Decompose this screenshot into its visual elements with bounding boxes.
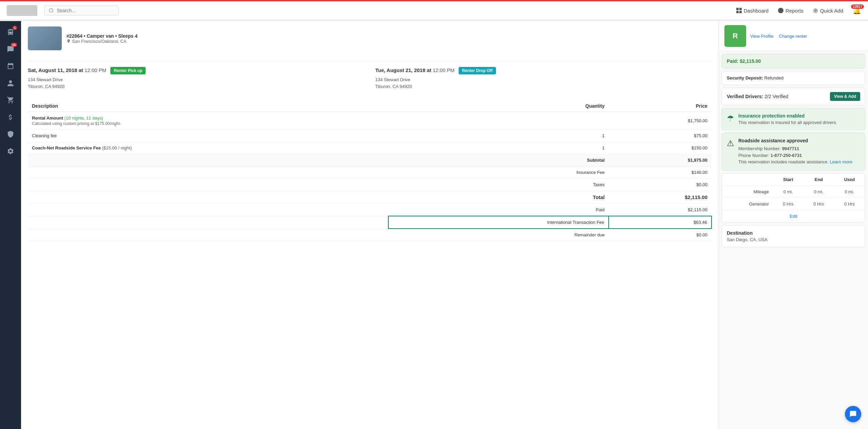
svg-point-0 [49, 8, 53, 12]
table-row: Coach-Net Roadside Service Fee ($15.00 /… [28, 142, 712, 154]
sidebar-item-calendar[interactable] [3, 58, 18, 74]
coach-description: Coach-Net Roadside Service Fee ($15.00 /… [28, 142, 388, 154]
view-add-button[interactable]: View & Add [830, 92, 860, 101]
intl-fee-row: International Transaction Fee $63.46 [28, 216, 712, 229]
membership-label: Membership Number: [738, 146, 781, 151]
logo[interactable] [7, 5, 37, 16]
dropoff-date-main: Tue, August 21, 2018 at 12:00 PM Renter … [375, 67, 712, 74]
learn-more-link[interactable]: Learn more [830, 159, 852, 164]
insurance-card: ☂ Insurance protection enabled This rese… [722, 108, 865, 130]
pickup-date-block: Sat, August 11, 2018 at 12:00 PM Renter … [28, 67, 365, 90]
main-content: #22864 • Camper van • Sleeps 4 San Franc… [21, 21, 868, 429]
table-row: Cleaning fee 1 $75.00 [28, 130, 712, 142]
plus-circle-icon: ⊕ [813, 7, 818, 14]
sidebar-item-finances[interactable] [3, 109, 18, 125]
notification-count: 13917 [851, 4, 864, 9]
subtotal-empty [28, 154, 388, 166]
quick-add-button[interactable]: ⊕ Quick Add [813, 7, 843, 14]
dropoff-addr1: 134 Stewart Drive [375, 77, 410, 82]
paid-card-value: $2,115.00 [740, 58, 761, 64]
dropoff-addr2: Tiburon, CA 94920 [375, 84, 412, 89]
change-renter-link[interactable]: Change renter [779, 34, 807, 39]
paid-card-label: Paid: [727, 58, 738, 64]
generator-used: 0 Hrs [834, 198, 865, 210]
generator-row: Generator 0 Hrs 0 Hrs 0 Hrs [722, 198, 865, 210]
sidebar-item-messages[interactable]: 16 [3, 41, 18, 57]
pickup-time: 12:00 PM [85, 67, 106, 73]
coach-label: Coach-Net Roadside Service Fee [32, 145, 102, 150]
col-price: Price [609, 101, 712, 112]
sidebar: 1 16 [0, 21, 21, 429]
insurance-fee-row: Insurance Fee $140.00 [28, 166, 712, 179]
insurance-text: This reservation is insured for all appr… [738, 120, 837, 125]
cleaning-price: $75.00 [609, 130, 712, 142]
drivers-value: 2/2 Verified [764, 94, 788, 99]
deposit-label: Security Deposit: [727, 75, 763, 81]
roadside-card: ⚠ Roadside assistance approved Membershi… [722, 133, 865, 171]
sidebar-item-users[interactable] [3, 75, 18, 91]
destination-value: San Diego, CA, USA [727, 237, 860, 242]
reports-link[interactable]: Reports [778, 8, 804, 14]
rental-calc: Calculated using custom pricing at $175.… [32, 121, 384, 126]
notification-bell[interactable]: 🔔 13917 [853, 6, 861, 15]
location-pin-icon [67, 39, 71, 43]
chat-bubble-icon [849, 410, 857, 418]
mileage-data-table: Start End Used Mileage 0 mi. 0 mi. 0 mi.… [722, 174, 865, 222]
dashboard-icon [736, 8, 742, 13]
mileage-edit-link[interactable]: Edit [722, 210, 865, 222]
cleaning-quantity: 1 [388, 130, 609, 142]
rental-amount-label: Rental Amount [32, 115, 64, 121]
coach-price: $150.00 [609, 142, 712, 154]
right-panel: R View Profile Change renter Paid: $2,11… [719, 21, 868, 429]
ins-value: $140.00 [609, 166, 712, 179]
dropoff-time: 12:00 PM [433, 67, 455, 73]
sidebar-item-shield[interactable] [3, 126, 18, 142]
vehicle-capacity: Sleeps 4 [118, 33, 137, 39]
sidebar-item-settings[interactable] [3, 143, 18, 159]
destination-title: Destination [727, 230, 860, 236]
dropoff-address: 134 Stewart Drive Tiburon, CA 94920 [375, 76, 712, 90]
paid-empty [28, 204, 388, 216]
search-bar[interactable] [44, 5, 119, 16]
pickup-addr1: 134 Stewart Drive [28, 77, 63, 82]
destination-card: Destination San Diego, CA, USA [722, 225, 865, 247]
dashboard-link[interactable]: Dashboard [736, 8, 769, 14]
invoice-table: Description Quantity Price Rental Amount… [28, 101, 712, 241]
pickup-badge[interactable]: Renter Pick up [110, 67, 146, 74]
reports-icon [778, 8, 783, 13]
sidebar-item-cart[interactable] [3, 92, 18, 108]
dollar-icon [7, 113, 14, 121]
mileage-used: 0 mi. [834, 185, 865, 198]
calendar-icon [7, 62, 14, 70]
rental-nights: (10 nights, 11 days) [64, 115, 103, 121]
mileage-edit-row[interactable]: Edit [722, 210, 865, 222]
paid-row: Paid $2,115.00 [28, 204, 712, 216]
coach-nights: ($15.00 / night) [102, 145, 132, 150]
sidebar-item-vehicles[interactable]: 1 [3, 24, 18, 40]
total-value: $2,115.00 [609, 191, 712, 204]
remainder-value: $0.00 [609, 229, 712, 241]
renter-actions: View Profile Change renter [750, 34, 807, 39]
vehicles-badge: 1 [13, 26, 17, 30]
pickup-date: Sat, August 11, 2018 [28, 67, 77, 73]
vehicle-type: Camper van [87, 33, 114, 39]
remainder-label: Remainder due [388, 229, 609, 241]
search-input[interactable] [57, 8, 111, 13]
subtotal-row: Subtotal $1,975.00 [28, 154, 712, 166]
intl-empty [28, 216, 388, 229]
coach-quantity: 1 [388, 142, 609, 154]
top-navigation: Dashboard Reports ⊕ Quick Add 🔔 13917 [0, 0, 868, 20]
chat-bubble-button[interactable] [845, 406, 861, 422]
vehicle-sep2: • [115, 33, 118, 39]
ins-label: Insurance Fee [388, 166, 609, 179]
roadside-membership: Membership Number: 9947711 [738, 145, 852, 152]
view-profile-link[interactable]: View Profile [750, 34, 773, 39]
mileage-col-used: Used [834, 174, 865, 186]
membership-value: 9947711 [782, 146, 799, 151]
dropoff-badge[interactable]: Renter Drop Off [459, 67, 496, 74]
insurance-title: Insurance protection enabled [738, 113, 837, 119]
deposit-value: Refunded [764, 75, 783, 81]
drivers-card: Verified Drivers: 2/2 Verified View & Ad… [722, 88, 865, 105]
dashboard-label: Dashboard [744, 8, 769, 14]
vehicle-name: #22864 • Camper van • Sleeps 4 [67, 33, 137, 39]
